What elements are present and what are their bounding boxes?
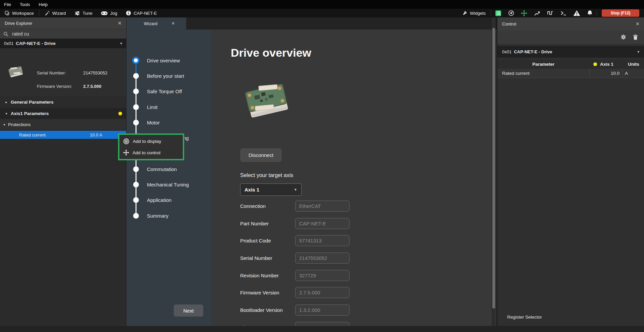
control-table-body: Rated current 10.0 A <box>497 69 644 78</box>
wizard-step[interactable]: Motor <box>126 115 211 130</box>
tune-button[interactable]: Tune <box>70 9 97 17</box>
field-value-input: 327729 <box>295 270 350 281</box>
warning-button[interactable] <box>570 10 584 16</box>
field-value-input: 1.3.2.000 <box>295 305 350 316</box>
widgets-button[interactable]: Widgets <box>458 10 490 16</box>
form-row: Part Number CAP-NET-E <box>240 218 448 229</box>
drive-explorer-panel: Drive Explorer × 0x01 CAP-NET-E - Drive … <box>0 17 126 326</box>
wizard-step[interactable]: Summary <box>126 208 211 223</box>
wizard-button[interactable]: Wizard <box>40 9 70 17</box>
wizard-step[interactable]: Drive overview <box>126 53 211 68</box>
context-menu: Add to display Add to control <box>118 133 184 160</box>
display-table-button[interactable] <box>492 10 505 16</box>
toolbar-separator <box>39 10 39 16</box>
menu-help[interactable]: Help <box>34 2 52 7</box>
watch-button[interactable] <box>505 10 518 16</box>
wizard-step[interactable]: Limit <box>126 99 211 115</box>
device-info-button[interactable]: CAP-NET-E <box>121 9 161 17</box>
form-row: Slave ID 1 <box>240 322 448 326</box>
chevron-down-icon: ▾ <box>2 112 11 115</box>
control-header: Control × <box>497 17 644 30</box>
form-row: Serial Number 2147553052 <box>240 253 448 264</box>
step-dot-icon <box>132 57 140 64</box>
tree-item-rated-current[interactable]: Rated current 10.0 A <box>0 131 126 139</box>
tree-item-general-parameters[interactable]: ▸ General Parameters <box>0 97 126 107</box>
step-label: Summary <box>147 213 168 219</box>
scope-chart-button[interactable] <box>531 10 544 16</box>
main-scrollbar[interactable] <box>492 17 495 326</box>
menu-file[interactable]: File <box>0 2 15 7</box>
menu-tools[interactable]: Tools <box>15 2 34 7</box>
status-bar <box>0 326 644 332</box>
target-axis-label: Select your target axis <box>240 172 293 178</box>
step-label: Before your start <box>147 73 184 79</box>
step-label: Application <box>147 197 171 203</box>
disconnect-button[interactable]: Disconnect <box>240 148 282 162</box>
table-row[interactable]: Rated current 10.0 A <box>497 69 644 78</box>
control-device-selector[interactable]: 0x01 CAP-NET-E - Drive ▾ <box>497 46 644 58</box>
form-row: Bootloader Version 1.3.2.000 <box>240 305 448 316</box>
wizard-step[interactable]: Mechanical Tuning <box>126 177 211 192</box>
chevron-down-icon: ▾ <box>120 41 122 46</box>
wizard-step[interactable]: Safe Torque Off <box>126 84 211 99</box>
target-icon <box>123 138 129 145</box>
step-dot-icon <box>133 89 139 94</box>
close-icon[interactable]: × <box>636 21 639 27</box>
step-dot-icon <box>133 73 139 79</box>
rated-current-value: 10.0 A <box>90 132 102 137</box>
control-table-header: Parameter Axis 1 Units <box>497 60 644 69</box>
step-label: Drive overview <box>147 58 180 63</box>
control-panel: Control × 0x01 CAP-NET-E - Drive ▾ Param… <box>497 17 644 326</box>
drive-explorer-title: Drive Explorer <box>5 21 32 26</box>
magic-wand-icon <box>44 10 50 16</box>
search-input[interactable] <box>11 31 107 37</box>
step-dot-icon <box>133 166 139 172</box>
step-label: Commutation <box>147 166 177 172</box>
tree-item-protections[interactable]: ▾ Protections <box>0 119 126 129</box>
wizard-step[interactable]: Application <box>126 192 211 208</box>
cell-value[interactable]: 10.0 <box>589 69 622 78</box>
field-label: Serial Number <box>240 255 295 261</box>
sliders-icon <box>74 10 80 16</box>
square-wave-button[interactable] <box>544 10 557 16</box>
step-label: Mechanical Tuning <box>147 182 189 187</box>
field-value-input: 2.7.5.000 <box>295 287 350 298</box>
next-button[interactable]: Next <box>174 305 203 317</box>
close-icon[interactable]: × <box>118 20 121 26</box>
device-name: CAP-NET-E - Drive <box>514 49 552 54</box>
workspace-button[interactable]: Workspace <box>0 9 38 17</box>
step-label: Safe Torque Off <box>147 89 182 94</box>
notifications-bell-button[interactable] <box>584 10 596 16</box>
gamepad-icon <box>101 11 108 15</box>
scrollbar-thumb[interactable] <box>492 28 495 309</box>
close-icon[interactable]: × <box>171 21 174 26</box>
gear-icon[interactable] <box>621 34 626 40</box>
chevron-down-icon: ▾ <box>637 50 639 54</box>
wizard-step[interactable]: Commutation <box>126 161 211 177</box>
toolbar-right: Widgets Stop (F12) <box>458 9 644 17</box>
wizard-step[interactable]: Before your start <box>126 68 211 84</box>
field-label: Product Code <box>240 238 295 243</box>
step-label: Motor <box>147 120 160 125</box>
chevron-right-icon: ▸ <box>2 100 11 104</box>
explorer-device-selector[interactable]: 0x01 CAP-NET-E - Drive ▾ <box>0 39 126 48</box>
tree-item-axis1-parameters[interactable]: ▾ Axis1 Parameters <box>0 108 126 119</box>
jog-button[interactable]: Jog <box>97 9 121 17</box>
move-control-button[interactable] <box>518 10 531 16</box>
stop-button[interactable]: Stop (F12) <box>602 9 639 17</box>
document-tab-strip: Wizard × <box>126 17 496 30</box>
parameter-search[interactable] <box>0 29 126 39</box>
form-row: Revision Number 327729 <box>240 270 448 281</box>
cell-parameter: Rated current <box>502 69 530 78</box>
terminal-button[interactable] <box>557 10 570 16</box>
register-selector-link[interactable]: Register Selector <box>507 315 542 320</box>
step-dot-icon <box>133 213 139 219</box>
menu-item-add-to-control[interactable]: Add to control <box>119 148 183 158</box>
tab-wizard[interactable]: Wizard × <box>126 17 186 30</box>
step-dot-icon <box>133 182 139 187</box>
search-icon <box>3 32 8 37</box>
move-icon <box>123 150 129 156</box>
menu-item-add-to-display[interactable]: Add to display <box>119 136 183 146</box>
trash-icon[interactable] <box>633 34 638 40</box>
axis-select-dropdown[interactable]: Axis 1 ▼ <box>240 183 302 196</box>
